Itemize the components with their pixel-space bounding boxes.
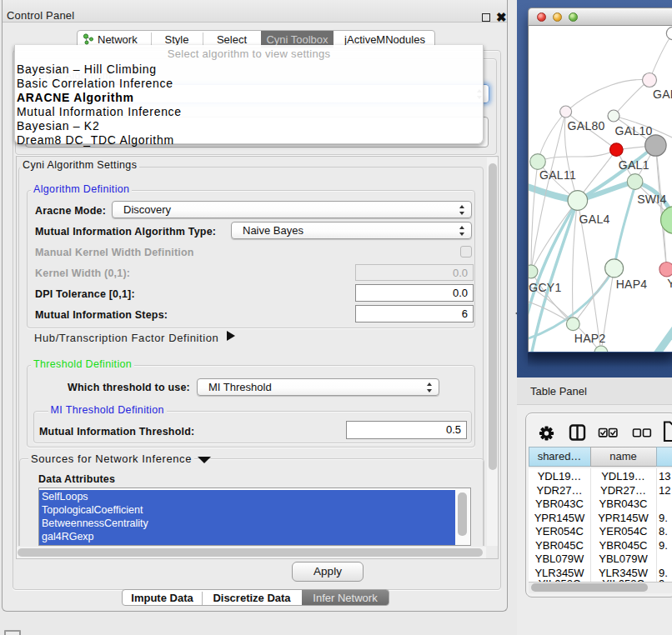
svg-text:GAL: GAL <box>653 88 672 101</box>
svg-text:GAL10: GAL10 <box>615 124 653 138</box>
svg-text:GAL80: GAL80 <box>568 119 605 132</box>
svg-text:GAL4: GAL4 <box>579 212 610 226</box>
svg-text:GAL1: GAL1 <box>619 158 649 172</box>
svg-text:GAL11: GAL11 <box>539 168 576 182</box>
svg-text:HAP4: HAP4 <box>616 278 648 291</box>
svg-text:GCY1: GCY1 <box>529 281 561 294</box>
svg-text:HAP2: HAP2 <box>574 332 606 345</box>
svg-text:SWI4: SWI4 <box>637 192 666 206</box>
svg-text:Y: Y <box>667 277 672 290</box>
